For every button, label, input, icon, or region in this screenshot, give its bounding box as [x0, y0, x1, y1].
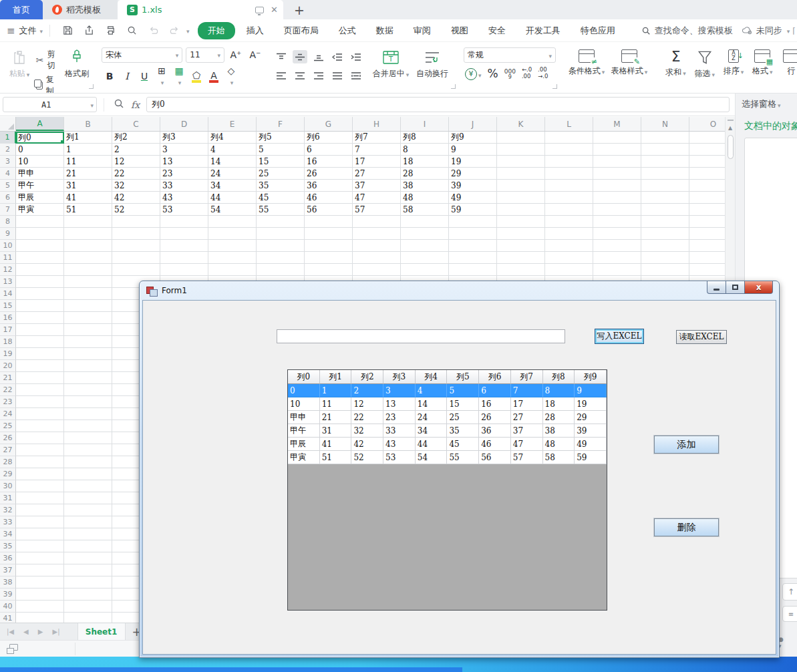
cell-K4[interactable] [497, 168, 545, 180]
cell-G4[interactable]: 26 [305, 168, 353, 180]
cell-M9[interactable] [593, 228, 641, 240]
form-grid-row-2[interactable]: 甲申212223242526272829 [288, 411, 607, 424]
cell-G9[interactable] [305, 228, 353, 240]
cell-E8[interactable] [208, 216, 257, 228]
cell-K12[interactable] [497, 264, 545, 276]
cell-H8[interactable] [353, 216, 401, 228]
cell-I1[interactable]: 列8 [401, 132, 449, 144]
close-button[interactable] [744, 281, 773, 294]
cell-H4[interactable]: 27 [353, 168, 401, 180]
close-document-icon[interactable] [271, 5, 278, 15]
row-header-4[interactable]: 4 [0, 168, 16, 180]
cell-K1[interactable] [497, 132, 545, 144]
column-header-F[interactable]: F [257, 117, 305, 131]
row-header-7[interactable]: 7 [0, 204, 16, 216]
cell-J5[interactable]: 39 [449, 180, 497, 192]
cell-O6[interactable] [689, 192, 725, 204]
cell-A10[interactable] [16, 240, 64, 252]
cell-K3[interactable] [497, 156, 545, 168]
cell-H1[interactable]: 列7 [353, 132, 401, 144]
cell-A32[interactable] [16, 504, 64, 516]
cell-O7[interactable] [689, 204, 725, 216]
menu-item-数据[interactable]: 数据 [367, 23, 402, 39]
form-grid-cell[interactable]: 56 [479, 451, 511, 464]
cell-I7[interactable]: 58 [401, 204, 449, 216]
distribute-button[interactable] [349, 69, 363, 82]
form-grid-cell[interactable]: 52 [351, 451, 383, 464]
cell-L6[interactable] [545, 192, 593, 204]
form-grid-cell[interactable]: 10 [288, 397, 320, 411]
form-grid-cell[interactable]: 32 [351, 424, 383, 438]
row-header-39[interactable]: 39 [0, 589, 16, 601]
cell-A28[interactable] [16, 456, 64, 468]
row-header-19[interactable]: 19 [0, 348, 16, 360]
sum-button[interactable]: Σ 求和 [661, 46, 690, 90]
cell-A25[interactable] [16, 420, 64, 432]
tab-document-1xls[interactable]: 1.xls [118, 0, 283, 19]
cell-A4[interactable]: 甲申 [16, 168, 64, 180]
bold-button[interactable]: B [102, 68, 118, 84]
prev-sheet-icon[interactable]: ◀ [23, 628, 29, 635]
align-middle-button[interactable] [293, 50, 307, 63]
cell-A31[interactable] [16, 492, 64, 504]
cell-B24[interactable] [64, 408, 112, 420]
cell-D1[interactable]: 列3 [160, 132, 208, 144]
form-grid-cell[interactable]: 14 [416, 397, 448, 411]
cell-J6[interactable]: 49 [449, 192, 497, 204]
cell-A24[interactable] [16, 408, 64, 420]
cell-O12[interactable] [689, 264, 725, 276]
cell-A30[interactable] [16, 480, 64, 492]
cell-L11[interactable] [545, 252, 593, 264]
form-grid-cell[interactable]: 49 [575, 438, 607, 451]
form-grid-column-列3[interactable]: 列3 [383, 370, 416, 384]
cell-G8[interactable] [305, 216, 353, 228]
cell-D10[interactable] [160, 240, 208, 252]
form-grid-cell[interactable]: 37 [511, 424, 543, 438]
cell-B8[interactable] [64, 216, 112, 228]
cell-G3[interactable]: 16 [305, 156, 353, 168]
cell-A23[interactable] [16, 396, 64, 408]
cell-F2[interactable]: 5 [257, 144, 305, 156]
cell-B22[interactable] [64, 384, 112, 396]
cell-B16[interactable] [64, 312, 112, 324]
cell-C10[interactable] [112, 240, 160, 252]
row-header-41[interactable]: 41 [0, 613, 16, 623]
cell-O9[interactable] [689, 228, 725, 240]
column-header-M[interactable]: M [593, 117, 641, 131]
align-bottom-button[interactable] [311, 50, 326, 63]
cell-H2[interactable]: 7 [353, 144, 401, 156]
cell-L3[interactable] [545, 156, 593, 168]
row-header-40[interactable]: 40 [0, 601, 16, 613]
cell-N5[interactable] [641, 180, 689, 192]
cell-I8[interactable] [401, 216, 449, 228]
align-top-button[interactable] [274, 50, 289, 63]
cell-I11[interactable] [401, 252, 449, 264]
cell-J11[interactable] [449, 252, 497, 264]
form-grid-column-列8[interactable]: 列8 [543, 370, 575, 384]
column-header-H[interactable]: H [353, 117, 401, 131]
cell-L4[interactable] [545, 168, 593, 180]
zoom-formula-icon[interactable] [114, 98, 124, 112]
cell-A19[interactable] [16, 348, 64, 360]
cell-A7[interactable]: 甲寅 [16, 204, 64, 216]
cell-H12[interactable] [353, 264, 401, 276]
justify-button[interactable] [330, 69, 345, 82]
insert-function-button[interactable]: fx [131, 100, 140, 110]
cell-C11[interactable] [112, 252, 160, 264]
cell-M12[interactable] [593, 264, 641, 276]
cell-A38[interactable] [16, 576, 64, 589]
underline-button[interactable]: U [136, 68, 152, 84]
cell-A35[interactable] [16, 540, 64, 552]
form-grid-cell[interactable]: 6 [479, 384, 511, 397]
cell-A17[interactable] [16, 324, 64, 336]
cell-B9[interactable] [64, 228, 112, 240]
align-right-button[interactable] [311, 69, 326, 82]
cell-B35[interactable] [64, 540, 112, 552]
row-header-18[interactable]: 18 [0, 336, 16, 348]
cell-B11[interactable] [64, 252, 112, 264]
row-header-14[interactable]: 14 [0, 288, 16, 300]
column-header-K[interactable]: K [497, 117, 545, 131]
form-grid-cell[interactable]: 1 [320, 384, 352, 397]
cell-I9[interactable] [401, 228, 449, 240]
cell-O11[interactable] [689, 252, 725, 264]
